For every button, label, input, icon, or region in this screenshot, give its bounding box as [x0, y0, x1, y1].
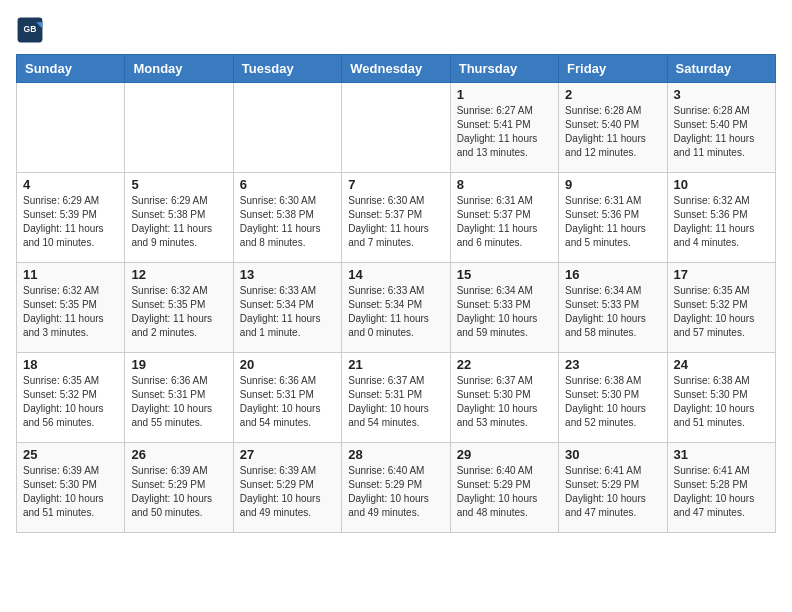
calendar-cell: [125, 83, 233, 173]
page-header: GB: [16, 16, 776, 44]
day-info: Sunrise: 6:29 AM Sunset: 5:39 PM Dayligh…: [23, 194, 118, 250]
calendar-week-4: 18Sunrise: 6:35 AM Sunset: 5:32 PM Dayli…: [17, 353, 776, 443]
day-info: Sunrise: 6:28 AM Sunset: 5:40 PM Dayligh…: [674, 104, 769, 160]
day-info: Sunrise: 6:35 AM Sunset: 5:32 PM Dayligh…: [23, 374, 118, 430]
day-number: 3: [674, 87, 769, 102]
day-info: Sunrise: 6:39 AM Sunset: 5:30 PM Dayligh…: [23, 464, 118, 520]
day-number: 13: [240, 267, 335, 282]
day-info: Sunrise: 6:37 AM Sunset: 5:31 PM Dayligh…: [348, 374, 443, 430]
day-number: 2: [565, 87, 660, 102]
calendar-cell: 29Sunrise: 6:40 AM Sunset: 5:29 PM Dayli…: [450, 443, 558, 533]
calendar-week-2: 4Sunrise: 6:29 AM Sunset: 5:39 PM Daylig…: [17, 173, 776, 263]
calendar-cell: 15Sunrise: 6:34 AM Sunset: 5:33 PM Dayli…: [450, 263, 558, 353]
weekday-header-saturday: Saturday: [667, 55, 775, 83]
day-info: Sunrise: 6:33 AM Sunset: 5:34 PM Dayligh…: [348, 284, 443, 340]
calendar-cell: 13Sunrise: 6:33 AM Sunset: 5:34 PM Dayli…: [233, 263, 341, 353]
logo-icon: GB: [16, 16, 44, 44]
day-number: 25: [23, 447, 118, 462]
day-info: Sunrise: 6:32 AM Sunset: 5:35 PM Dayligh…: [131, 284, 226, 340]
day-number: 18: [23, 357, 118, 372]
logo: GB: [16, 16, 48, 44]
day-number: 9: [565, 177, 660, 192]
weekday-header-wednesday: Wednesday: [342, 55, 450, 83]
day-info: Sunrise: 6:41 AM Sunset: 5:29 PM Dayligh…: [565, 464, 660, 520]
day-number: 10: [674, 177, 769, 192]
day-number: 8: [457, 177, 552, 192]
day-info: Sunrise: 6:40 AM Sunset: 5:29 PM Dayligh…: [457, 464, 552, 520]
day-info: Sunrise: 6:31 AM Sunset: 5:36 PM Dayligh…: [565, 194, 660, 250]
calendar-cell: [342, 83, 450, 173]
calendar-cell: [17, 83, 125, 173]
calendar-cell: 3Sunrise: 6:28 AM Sunset: 5:40 PM Daylig…: [667, 83, 775, 173]
day-number: 11: [23, 267, 118, 282]
day-number: 20: [240, 357, 335, 372]
day-number: 15: [457, 267, 552, 282]
calendar-cell: 21Sunrise: 6:37 AM Sunset: 5:31 PM Dayli…: [342, 353, 450, 443]
calendar-cell: 16Sunrise: 6:34 AM Sunset: 5:33 PM Dayli…: [559, 263, 667, 353]
calendar-cell: 24Sunrise: 6:38 AM Sunset: 5:30 PM Dayli…: [667, 353, 775, 443]
day-number: 26: [131, 447, 226, 462]
calendar-cell: 28Sunrise: 6:40 AM Sunset: 5:29 PM Dayli…: [342, 443, 450, 533]
day-info: Sunrise: 6:39 AM Sunset: 5:29 PM Dayligh…: [240, 464, 335, 520]
day-number: 5: [131, 177, 226, 192]
day-number: 19: [131, 357, 226, 372]
day-number: 6: [240, 177, 335, 192]
day-number: 28: [348, 447, 443, 462]
calendar-header: SundayMondayTuesdayWednesdayThursdayFrid…: [17, 55, 776, 83]
calendar-cell: 9Sunrise: 6:31 AM Sunset: 5:36 PM Daylig…: [559, 173, 667, 263]
calendar-cell: 5Sunrise: 6:29 AM Sunset: 5:38 PM Daylig…: [125, 173, 233, 263]
calendar-cell: 4Sunrise: 6:29 AM Sunset: 5:39 PM Daylig…: [17, 173, 125, 263]
day-info: Sunrise: 6:35 AM Sunset: 5:32 PM Dayligh…: [674, 284, 769, 340]
day-number: 29: [457, 447, 552, 462]
day-info: Sunrise: 6:28 AM Sunset: 5:40 PM Dayligh…: [565, 104, 660, 160]
calendar-cell: 26Sunrise: 6:39 AM Sunset: 5:29 PM Dayli…: [125, 443, 233, 533]
calendar-cell: 8Sunrise: 6:31 AM Sunset: 5:37 PM Daylig…: [450, 173, 558, 263]
calendar-cell: 27Sunrise: 6:39 AM Sunset: 5:29 PM Dayli…: [233, 443, 341, 533]
day-info: Sunrise: 6:30 AM Sunset: 5:37 PM Dayligh…: [348, 194, 443, 250]
day-info: Sunrise: 6:29 AM Sunset: 5:38 PM Dayligh…: [131, 194, 226, 250]
calendar-cell: 31Sunrise: 6:41 AM Sunset: 5:28 PM Dayli…: [667, 443, 775, 533]
svg-text:GB: GB: [24, 24, 37, 34]
day-number: 22: [457, 357, 552, 372]
calendar-cell: 7Sunrise: 6:30 AM Sunset: 5:37 PM Daylig…: [342, 173, 450, 263]
calendar-table: SundayMondayTuesdayWednesdayThursdayFrid…: [16, 54, 776, 533]
day-number: 31: [674, 447, 769, 462]
day-number: 7: [348, 177, 443, 192]
day-info: Sunrise: 6:32 AM Sunset: 5:36 PM Dayligh…: [674, 194, 769, 250]
day-info: Sunrise: 6:41 AM Sunset: 5:28 PM Dayligh…: [674, 464, 769, 520]
calendar-cell: [233, 83, 341, 173]
day-info: Sunrise: 6:39 AM Sunset: 5:29 PM Dayligh…: [131, 464, 226, 520]
day-info: Sunrise: 6:30 AM Sunset: 5:38 PM Dayligh…: [240, 194, 335, 250]
calendar-cell: 22Sunrise: 6:37 AM Sunset: 5:30 PM Dayli…: [450, 353, 558, 443]
weekday-header-thursday: Thursday: [450, 55, 558, 83]
calendar-cell: 1Sunrise: 6:27 AM Sunset: 5:41 PM Daylig…: [450, 83, 558, 173]
day-info: Sunrise: 6:33 AM Sunset: 5:34 PM Dayligh…: [240, 284, 335, 340]
day-info: Sunrise: 6:31 AM Sunset: 5:37 PM Dayligh…: [457, 194, 552, 250]
day-number: 24: [674, 357, 769, 372]
calendar-cell: 6Sunrise: 6:30 AM Sunset: 5:38 PM Daylig…: [233, 173, 341, 263]
calendar-cell: 30Sunrise: 6:41 AM Sunset: 5:29 PM Dayli…: [559, 443, 667, 533]
calendar-cell: 11Sunrise: 6:32 AM Sunset: 5:35 PM Dayli…: [17, 263, 125, 353]
calendar-cell: 19Sunrise: 6:36 AM Sunset: 5:31 PM Dayli…: [125, 353, 233, 443]
day-info: Sunrise: 6:36 AM Sunset: 5:31 PM Dayligh…: [131, 374, 226, 430]
day-info: Sunrise: 6:38 AM Sunset: 5:30 PM Dayligh…: [565, 374, 660, 430]
day-number: 27: [240, 447, 335, 462]
day-info: Sunrise: 6:32 AM Sunset: 5:35 PM Dayligh…: [23, 284, 118, 340]
day-number: 1: [457, 87, 552, 102]
calendar-cell: 17Sunrise: 6:35 AM Sunset: 5:32 PM Dayli…: [667, 263, 775, 353]
calendar-cell: 14Sunrise: 6:33 AM Sunset: 5:34 PM Dayli…: [342, 263, 450, 353]
day-number: 14: [348, 267, 443, 282]
day-number: 21: [348, 357, 443, 372]
calendar-cell: 2Sunrise: 6:28 AM Sunset: 5:40 PM Daylig…: [559, 83, 667, 173]
calendar-week-3: 11Sunrise: 6:32 AM Sunset: 5:35 PM Dayli…: [17, 263, 776, 353]
calendar-cell: 10Sunrise: 6:32 AM Sunset: 5:36 PM Dayli…: [667, 173, 775, 263]
calendar-week-5: 25Sunrise: 6:39 AM Sunset: 5:30 PM Dayli…: [17, 443, 776, 533]
day-number: 16: [565, 267, 660, 282]
day-number: 4: [23, 177, 118, 192]
day-info: Sunrise: 6:34 AM Sunset: 5:33 PM Dayligh…: [565, 284, 660, 340]
calendar-cell: 18Sunrise: 6:35 AM Sunset: 5:32 PM Dayli…: [17, 353, 125, 443]
weekday-header-tuesday: Tuesday: [233, 55, 341, 83]
day-info: Sunrise: 6:27 AM Sunset: 5:41 PM Dayligh…: [457, 104, 552, 160]
calendar-cell: 25Sunrise: 6:39 AM Sunset: 5:30 PM Dayli…: [17, 443, 125, 533]
calendar-week-1: 1Sunrise: 6:27 AM Sunset: 5:41 PM Daylig…: [17, 83, 776, 173]
